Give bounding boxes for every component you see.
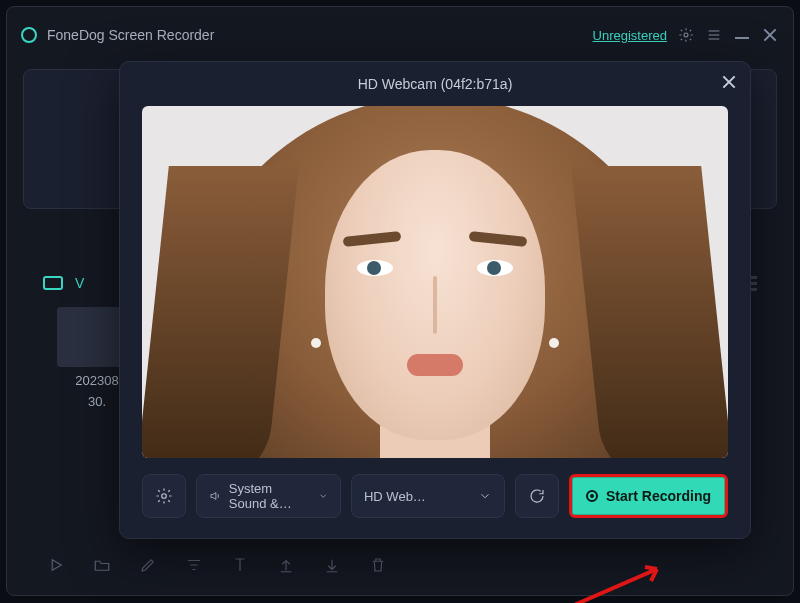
app-title: FoneDog Screen Recorder xyxy=(47,27,214,43)
filter-icon[interactable] xyxy=(185,556,203,574)
camera-source-dropdown[interactable]: HD Web… xyxy=(351,474,505,518)
edit-icon[interactable] xyxy=(139,556,157,574)
upload-icon[interactable] xyxy=(277,556,295,574)
play-icon[interactable] xyxy=(47,556,65,574)
folder-icon[interactable] xyxy=(93,556,111,574)
modal-title: HD Webcam (04f2:b71a) xyxy=(358,76,513,92)
webcam-preview xyxy=(142,106,728,458)
video-tab-label[interactable]: V xyxy=(75,275,84,291)
annotation-arrow xyxy=(567,561,667,601)
speaker-icon xyxy=(209,488,221,504)
settings-gear-icon[interactable] xyxy=(677,26,695,44)
app-window: FoneDog Screen Recorder Unregistered Vid… xyxy=(6,6,794,596)
minimize-button[interactable] xyxy=(733,26,751,44)
audio-source-label: System Sound &… xyxy=(229,481,310,511)
titlebar: FoneDog Screen Recorder Unregistered xyxy=(7,7,793,63)
download-icon[interactable] xyxy=(323,556,341,574)
menu-icon[interactable] xyxy=(705,26,723,44)
chevron-down-icon xyxy=(478,489,492,503)
svg-point-1 xyxy=(162,494,167,499)
svg-point-0 xyxy=(684,33,688,37)
refresh-icon xyxy=(528,487,546,505)
app-logo-icon xyxy=(21,27,37,43)
recorder-settings-button[interactable] xyxy=(142,474,186,518)
modal-title-bar: HD Webcam (04f2:b71a) xyxy=(120,62,750,106)
footer-toolbar xyxy=(47,553,387,577)
start-recording-button[interactable]: Start Recording xyxy=(569,474,728,518)
modal-controls: System Sound &… HD Web… Start Recording xyxy=(120,458,750,518)
unregistered-link[interactable]: Unregistered xyxy=(593,28,667,43)
camera-source-label: HD Web… xyxy=(364,489,426,504)
record-icon xyxy=(586,490,598,502)
video-tab-icon[interactable] xyxy=(43,276,63,290)
close-button[interactable] xyxy=(761,26,779,44)
file-name-line2: 30. xyxy=(88,394,106,409)
refresh-button[interactable] xyxy=(515,474,559,518)
text-icon[interactable] xyxy=(231,556,249,574)
start-recording-label: Start Recording xyxy=(606,488,711,504)
trash-icon[interactable] xyxy=(369,556,387,574)
audio-source-dropdown[interactable]: System Sound &… xyxy=(196,474,341,518)
chevron-down-icon xyxy=(318,489,328,503)
file-name-line1: 202308 xyxy=(75,373,118,388)
modal-close-button[interactable] xyxy=(722,75,736,89)
webcam-modal: HD Webcam (04f2:b71a) System Sound &… xyxy=(119,61,751,539)
